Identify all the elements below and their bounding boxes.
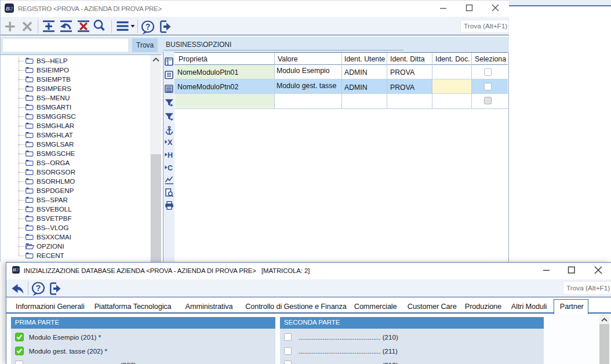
svg-text:?: ? — [36, 283, 41, 293]
svg-text:X: X — [168, 139, 173, 147]
svg-text:?: ? — [146, 22, 151, 31]
svg-text:C: C — [168, 163, 173, 172]
svg-text:H: H — [168, 151, 173, 159]
